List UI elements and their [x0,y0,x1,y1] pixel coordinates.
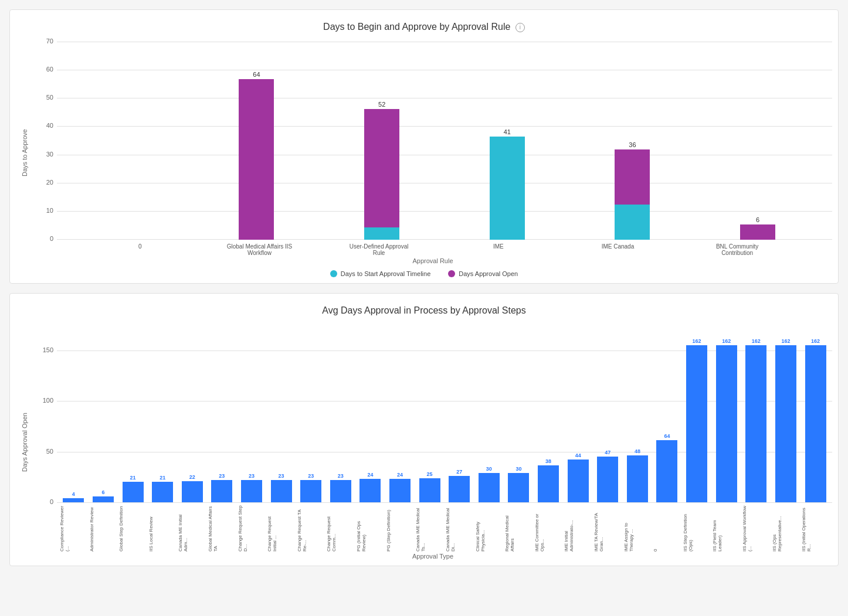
bottom-bar [123,482,144,502]
top-chart: Days to Begin and Approve by Approval Ru… [9,9,839,284]
bottom-bar-value-label: 38 [545,458,551,464]
bottom-bar-group: 21 [148,475,177,502]
bottom-bar [63,498,84,502]
bottom-grid-tick-label: 100 [35,397,53,404]
bottom-bar [271,480,292,502]
bottom-bar-value-label: 27 [456,469,462,475]
info-icon[interactable]: i [515,23,525,32]
bottom-bar-group: 21 [118,475,147,502]
bottom-bar-value-label: 162 [781,338,790,344]
bottom-bar [300,480,321,502]
bottom-bar [597,457,618,502]
bottom-bar [568,460,589,502]
bottom-x-axis-label: Change Request TA Re-... [297,505,325,552]
bar-group: 36 [597,141,667,240]
stacked-bar [615,149,650,240]
x-axis-label: IME [463,243,534,256]
bottom-bar-group: 25 [415,471,444,502]
bottom-bar-group: 38 [534,458,563,502]
bottom-x-axis-label: Canada IME Medical Di... [445,505,474,552]
bottom-bar-value-label: 4 [72,491,75,497]
legend-label: Days Approval Open [459,270,518,277]
bottom-bar-group: 162 [801,338,830,502]
x-axis-label: BNL Community Contribution [702,243,772,256]
bar-value-label: 6 [756,216,759,223]
bar-group: 41 [472,128,542,240]
x-axis-label: 0 [105,243,175,256]
bottom-x-axis-label: IIS Step Definition (Ops) [683,505,711,552]
bottom-x-axis-label: 0 [653,505,681,552]
top-chart-inner: 706050403020100645241366 0Global Medical… [33,42,832,264]
bottom-bar-group: 23 [297,473,325,502]
bottom-x-axis-label: Administrator Review [89,505,118,552]
bottom-bar [686,345,707,502]
bottom-bar-value-label: 23 [219,473,225,479]
grid-tick-label: 10 [35,207,53,214]
bottom-bar-group: 30 [504,466,533,502]
bar-segment-days-start [615,205,650,240]
bottom-bar-value-label: 23 [308,473,314,479]
legend-color-dot [330,270,337,277]
grid-tick-label: 70 [35,38,53,45]
bottom-bar-group: 6 [89,489,118,502]
bottom-bar-group: 23 [238,473,266,502]
bottom-bar-group: 23 [267,473,296,502]
top-y-axis-label: Days to Approve [16,42,33,264]
bottom-bar-value-label: 162 [752,338,761,344]
top-chart-title-text: Days to Begin and Approve by Approval Ru… [323,22,510,32]
bottom-bar-group: 48 [623,448,652,502]
bottom-bar-group: 47 [593,450,622,502]
x-axis-label: IME Canada [582,243,653,256]
bottom-x-axis-label: IIS Approval Workflow (... [742,505,771,552]
stacked-bar [490,137,525,240]
bottom-grid-tick-label: 0 [35,498,53,505]
bottom-bar-value-label: 64 [664,433,670,439]
bottom-bar-group: 44 [564,452,592,502]
bottom-bar-value-label: 25 [427,471,433,477]
bottom-bar-value-label: 48 [635,448,640,454]
bar-segment-days-open [364,109,399,227]
bottom-bar-group: 162 [712,338,741,502]
bottom-x-axis-label: PG (Step Definition) [386,505,415,552]
bottom-bar-value-label: 23 [249,473,255,479]
bottom-bar-group: 162 [683,338,711,502]
bottom-bar [656,440,677,502]
stacked-bar [364,109,399,240]
top-x-axis-labels: 0Global Medical Affairs IIS WorkflowUser… [33,240,832,256]
bar-value-label: 52 [378,101,385,108]
legend-color-dot [448,270,455,277]
legend-item: Days Approval Open [448,270,518,277]
grid-tick-label: 30 [35,151,53,158]
bar-segment-days-start [364,227,399,240]
bottom-bar-value-label: 44 [575,452,581,458]
bottom-bar [211,480,232,502]
bottom-chart-inner: 1501005004621212223232323232424252730303… [33,325,832,560]
grid-tick-label: 0 [35,235,53,242]
bottom-bar-group: 24 [386,472,415,502]
bottom-grid-bars: 1501005004621212223232323232424252730303… [33,325,832,502]
bottom-x-axis-label: IME Assign to Therapy ... [623,505,652,552]
top-chart-legend: Days to Start Approval TimelineDays Appr… [16,270,832,277]
bottom-grid-tick-label: 150 [35,346,53,353]
stacked-bar [740,224,775,240]
bottom-bar-value-label: 23 [338,473,344,479]
bottom-y-axis-label: Days Approval Open [16,325,33,560]
bottom-bar-value-label: 47 [605,450,610,455]
bottom-bar [627,455,648,502]
bottom-bar [93,496,114,502]
bottom-chart-title: Avg Days Approval in Process by Approval… [16,305,832,316]
bottom-bar-group: 162 [742,338,771,502]
bottom-bar-value-label: 30 [486,466,492,472]
bottom-bar-value-label: 24 [367,472,373,478]
bottom-bar [389,479,411,502]
bar-segment-days-open [615,149,650,205]
top-grid-bars: 706050403020100645241366 [33,42,832,240]
bar-segment-days-start [490,137,525,240]
bottom-bar [182,481,203,502]
bottom-bar [152,482,173,502]
bottom-bar-value-label: 24 [397,472,403,478]
bottom-x-axis-label: IME TA Review/TA Gran... [593,505,622,552]
bottom-chart-area: Days Approval Open 150100500462121222323… [16,325,832,560]
bar-group: 6 [723,216,793,240]
bar-group: 52 [347,101,417,240]
